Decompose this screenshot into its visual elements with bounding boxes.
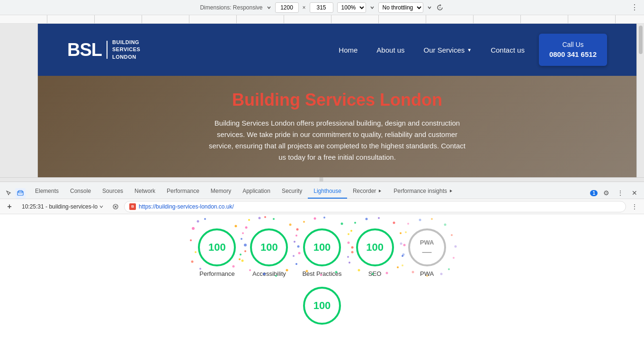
svg-point-0 [439,7,441,9]
svg-point-20 [259,217,261,219]
score-accessibility-label: Accessibility [252,270,286,277]
svg-point-50 [365,218,367,220]
services-dropdown-arrow: ▼ [467,47,472,53]
svg-point-40 [351,246,354,249]
responsive-dropdown-icon[interactable] [267,5,271,10]
tab-recorder[interactable]: Recorder [347,184,388,199]
logo-text: BUILDING SERVICES LONDON [112,39,140,61]
score-accessibility: 100 Accessibility [250,228,288,277]
svg-point-25 [297,246,300,248]
svg-point-41 [347,256,349,258]
tab-security[interactable]: Security [276,184,308,199]
svg-point-55 [402,255,403,257]
session-selector[interactable]: 10:25:31 - building-services-lo [18,201,107,212]
lighthouse-content: 100 Performance [0,214,644,364]
svg-point-48 [347,242,349,244]
zoom-select[interactable]: 100% 75% 50% [337,2,366,13]
call-button[interactable]: Call Us 0800 341 6512 [539,34,607,66]
logo-line2: SERVICES [112,46,140,53]
height-input[interactable] [310,2,333,13]
nav-contact[interactable]: Contact us [491,46,525,54]
browser-toolbar: Dimensions: Responsive × 100% 75% 50% No… [0,0,644,15]
tab-console[interactable]: Console [64,184,97,199]
clear-session-icon[interactable] [110,201,121,212]
zoom-dropdown-icon[interactable] [370,5,375,10]
throttle-dropdown-icon[interactable] [427,5,432,10]
svg-point-39 [348,233,349,235]
add-session-icon[interactable]: + [4,201,15,212]
svg-point-71 [402,254,404,256]
svg-point-56 [351,251,353,254]
dim-separator: × [303,4,306,11]
svg-point-52 [393,222,395,224]
svg-point-64 [407,223,409,225]
svg-point-47 [350,230,352,232]
nav-home[interactable]: Home [339,46,358,54]
score-pwa: PWA — PWA [408,228,446,277]
svg-point-37 [323,217,325,218]
svg-point-17 [245,227,248,229]
score-seo-label: SEO [368,270,381,277]
score-best-practices-circle: 100 [303,228,341,266]
score-seo-circle: 100 [356,228,394,266]
resize-handle[interactable]: ≡ [0,177,644,182]
toolbar-more-button[interactable]: ⋮ [631,3,638,12]
svg-point-11 [240,254,242,255]
score-best-practices: 100 Best Practices [302,228,341,277]
tab-performance[interactable]: Performance [161,184,205,199]
url-bar[interactable]: B https://building-services-london.co.uk… [124,201,626,212]
nav-about[interactable]: About us [376,46,404,54]
svg-point-51 [378,217,380,219]
tab-memory[interactable]: Memory [205,184,237,199]
hero-section: Building Services London Building Servic… [38,76,636,177]
website-area: BSL BUILDING SERVICES LONDON Home About … [0,24,644,177]
tab-sources[interactable]: Sources [97,184,129,199]
site-favicon: B [129,203,136,210]
tab-application[interactable]: Application [237,184,276,199]
nav-services[interactable]: Our Services ▼ [424,46,472,54]
url-more-icon[interactable]: ⋮ [629,201,640,212]
width-input[interactable] [275,2,299,13]
notification-badge: 1 [590,190,598,196]
device-icon[interactable] [15,188,26,199]
svg-point-22 [273,218,275,220]
tab-lighthouse[interactable]: Lighthouse [308,184,347,199]
svg-point-12 [195,251,197,253]
tab-elements[interactable]: Elements [29,184,64,199]
score-performance-label: Performance [199,270,234,277]
svg-point-8 [235,225,237,228]
svg-point-68 [451,234,453,236]
score-performance: 100 Performance [198,228,236,277]
tab-network[interactable]: Network [129,184,161,199]
throttle-select[interactable]: No throttling [378,2,423,13]
inspect-icon[interactable] [4,188,14,199]
hero-description: Building Services London offers professi… [205,118,470,163]
svg-point-21 [264,216,266,218]
tab-performance-insights[interactable]: Performance insights [388,184,459,199]
svg-point-69 [454,246,456,248]
svg-point-6 [197,220,199,223]
svg-point-23 [289,224,292,226]
svg-point-65 [419,219,421,221]
devtools-more-icon[interactable]: ⋮ [615,187,626,199]
svg-point-9 [242,232,244,234]
pwa-label: PWA [420,239,434,246]
score-pwa-label: PWA [420,270,434,277]
devtools-right-icons: 1 ⚙ ⋮ ✕ [590,187,640,199]
svg-point-19 [248,219,250,221]
score-accessibility-circle: 100 [250,228,288,266]
devtools-close-icon[interactable]: ✕ [629,187,640,199]
svg-point-26 [293,255,295,257]
rotate-icon[interactable] [436,3,444,12]
svg-point-27 [244,250,246,252]
svg-point-73 [411,271,414,273]
svg-point-7 [204,218,206,220]
svg-point-29 [249,269,251,271]
svg-point-18 [241,238,242,240]
svg-point-35 [303,221,305,223]
svg-point-76 [448,268,450,270]
site-nav-wrapper: BSL BUILDING SERVICES LONDON Home About … [38,24,636,76]
devtools-settings-icon[interactable]: ⚙ [600,187,612,199]
svg-point-75 [440,273,442,275]
logo-line1: BUILDING [112,39,140,46]
